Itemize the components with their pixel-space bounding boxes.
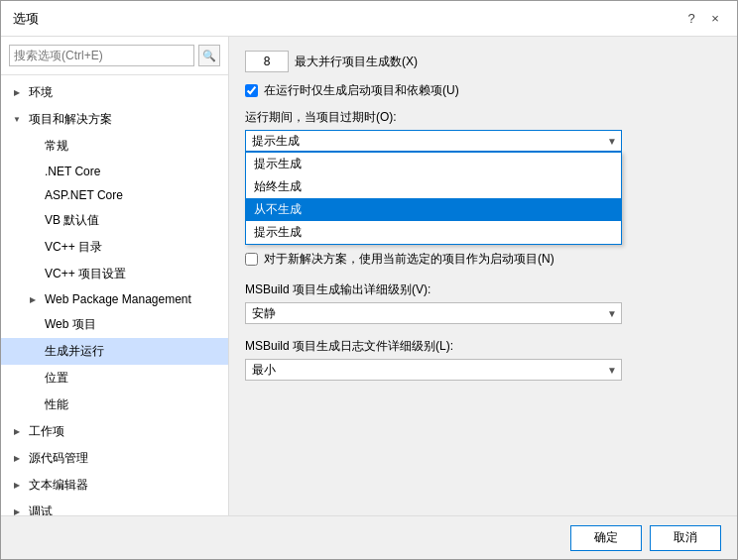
expand-arrow-location [25,371,41,387]
startup-project-checkbox[interactable] [245,253,258,266]
ok-button[interactable]: 确定 [570,525,642,551]
checkbox2-label: 对于新解决方案，使用当前选定的项目作为启动项目(N) [264,251,554,268]
expand-arrow-vcppsettings [25,267,41,282]
tree-item-location[interactable]: 位置 [1,365,228,392]
msbuild-output-arrow-icon: ▼ [607,308,617,319]
expand-arrow-srccontrol: ▶ [9,451,25,467]
tree-label-webpkg: Web Package Management [41,290,195,308]
help-button[interactable]: ? [681,9,701,29]
tree-item-buildrun[interactable]: 生成并运行 [1,338,228,365]
expand-arrow-env: ▶ [9,85,25,101]
expand-arrow-texteditor: ▶ [9,478,25,494]
tree-label-env: 环境 [25,82,57,103]
dialog-footer: 确定 取消 [1,515,737,559]
expand-arrow-webpkg: ▶ [25,291,41,307]
expiry-dropdown[interactable]: 提示生成 ▼ [245,130,622,152]
msbuild-log-value: 最小 [252,362,276,379]
tree-item-vbdefault[interactable]: VB 默认值 [1,207,228,234]
tree-item-vcppdirs[interactable]: VC++ 目录 [1,234,228,261]
expiry-label: 运行期间，当项目过期时(O): [245,109,721,126]
tree-label-perf: 性能 [41,394,72,415]
tree-label-aspnetcore: ASP.NET Core [41,186,127,204]
tree-label-texteditor: 文本编辑器 [25,475,92,496]
search-icon: 🔍 [202,50,216,62]
tree-item-general[interactable]: 常规 [1,133,228,160]
tree-item-debug[interactable]: ▶调试 [1,499,228,515]
dialog-body: 🔍 ▶环境▼项目和解决方案常规.NET CoreASP.NET CoreVB 默… [1,37,737,515]
tree-label-general: 常规 [41,136,72,157]
tree-item-project[interactable]: ▼项目和解决方案 [1,106,228,133]
right-panel: 8 最大并行项目生成数(X) 在运行时仅生成启动项目和依赖项(U) 运行期间，当… [229,37,737,515]
msbuild-log-label: MSBuild 项目生成日志文件详细级别(L): [245,338,721,355]
msbuild-output-section: MSBuild 项目生成输出详细级别(V): 安静 ▼ [245,281,721,324]
search-area: 🔍 [1,37,228,75]
tree-item-netcore[interactable]: .NET Core [1,160,228,183]
title-bar: 选项 ? × [1,1,737,37]
search-input[interactable] [9,45,194,66]
cancel-button[interactable]: 取消 [650,525,721,551]
tree-item-workitem[interactable]: ▶工作项 [1,418,228,445]
title-buttons: ? × [681,9,725,29]
dropdown1-arrow-icon: ▼ [607,136,617,147]
msbuild-output-label: MSBuild 项目生成输出详细级别(V): [245,281,721,298]
dropdown-option-3[interactable]: 从不生成 [246,198,621,221]
tree-label-workitem: 工作项 [25,421,68,442]
left-panel: 🔍 ▶环境▼项目和解决方案常规.NET CoreASP.NET CoreVB 默… [1,37,229,515]
startup-only-checkbox[interactable] [245,84,258,97]
tree-item-webpkg[interactable]: ▶Web Package Management [1,287,228,311]
tree-label-buildrun: 生成并运行 [41,341,108,362]
expand-arrow-vbdefault [25,213,41,229]
max-parallel-input[interactable]: 8 [245,51,289,72]
tree-label-webproject: Web 项目 [41,314,100,335]
expand-arrow-aspnetcore [25,187,41,203]
tree-item-vcppsettings[interactable]: VC++ 项目设置 [1,261,228,287]
tree: ▶环境▼项目和解决方案常规.NET CoreASP.NET CoreVB 默认值… [1,75,228,515]
msbuild-output-dropdown[interactable]: 安静 ▼ [245,302,622,324]
expand-arrow-webproject [25,317,41,333]
msbuild-output-value: 安静 [252,305,276,322]
tree-label-srccontrol: 源代码管理 [25,448,92,469]
dialog-title: 选项 [13,10,39,28]
tree-label-vcppdirs: VC++ 目录 [41,237,106,258]
close-button[interactable]: × [705,9,725,29]
tree-label-project: 项目和解决方案 [25,109,116,130]
max-parallel-label: 最大并行项目生成数(X) [295,54,418,70]
expand-arrow-debug: ▶ [9,504,25,516]
checkbox2-row: 对于新解决方案，使用当前选定的项目作为启动项目(N) [245,251,721,268]
tree-label-vcppsettings: VC++ 项目设置 [41,264,130,284]
tree-item-aspnetcore[interactable]: ASP.NET Core [1,183,228,207]
tree-label-netcore: .NET Core [41,163,104,180]
expiry-dropdown-value: 提示生成 [252,133,300,150]
tree-label-location: 位置 [41,368,72,389]
dropdown-option-1[interactable]: 提示生成 [246,153,621,175]
tree-item-webproject[interactable]: Web 项目 [1,311,228,338]
expiry-dropdown-popup: 提示生成 始终生成 从不生成 提示生成 [245,152,622,245]
tree-label-vbdefault: VB 默认值 [41,210,103,231]
expand-arrow-vcppdirs [25,240,41,256]
expand-arrow-project: ▼ [9,112,25,128]
msbuild-log-dropdown[interactable]: 最小 ▼ [245,359,622,381]
expand-arrow-netcore [25,164,41,179]
dropdown-option-4[interactable]: 提示生成 [246,221,621,244]
expand-arrow-perf [25,397,41,413]
max-parallel-row: 8 最大并行项目生成数(X) [245,51,721,72]
tree-item-texteditor[interactable]: ▶文本编辑器 [1,472,228,499]
msbuild-log-arrow-icon: ▼ [607,365,617,376]
tree-label-debug: 调试 [25,502,57,515]
expand-arrow-workitem: ▶ [9,424,25,440]
search-button[interactable]: 🔍 [198,45,220,66]
checkbox1-label: 在运行时仅生成启动项目和依赖项(U) [264,82,459,99]
tree-item-srccontrol[interactable]: ▶源代码管理 [1,445,228,472]
msbuild-log-section: MSBuild 项目生成日志文件详细级别(L): 最小 ▼ [245,338,721,381]
expiry-dropdown-container: 提示生成 ▼ 提示生成 始终生成 从不生成 提示生成 [245,130,721,152]
expand-arrow-buildrun [25,344,41,360]
options-dialog: 选项 ? × 🔍 ▶环境▼项目和解决方案常规.NET CoreASP.NET C… [0,0,738,560]
dropdown-option-2[interactable]: 始终生成 [246,175,621,198]
tree-item-env[interactable]: ▶环境 [1,79,228,106]
expand-arrow-general [25,139,41,155]
tree-item-perf[interactable]: 性能 [1,392,228,418]
checkbox1-row: 在运行时仅生成启动项目和依赖项(U) [245,82,721,99]
